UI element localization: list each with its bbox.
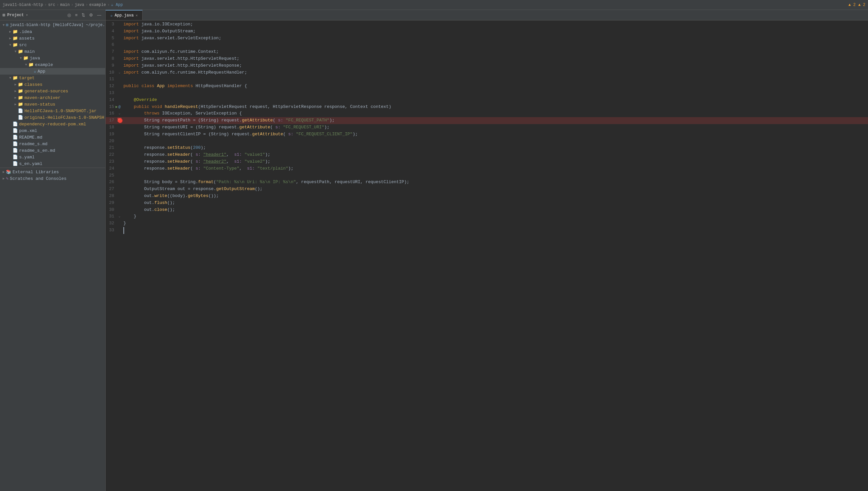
tree-item-root[interactable]: ▼ ⊞ java11-blank-http [HelloFCJava] ~/pr…: [0, 22, 105, 28]
tree-item-readme-s-en[interactable]: ▶ 📄 readme_s_en.md: [0, 147, 105, 154]
tree-item-maven-archiver[interactable]: ▶ 📁 maven-archiver: [0, 94, 105, 101]
code-line-28: 28 out.write((body).getBytes());: [106, 193, 868, 200]
tree-item-app[interactable]: ▶ ☕ App: [0, 68, 105, 75]
tabs-bar: ☕ App.java ✕: [106, 10, 868, 21]
code-editor[interactable]: 3 import java.io.IOException; 4 import j…: [106, 21, 868, 491]
sidebar-collapse-btn[interactable]: ≡: [74, 12, 79, 18]
tree-item-maven-status[interactable]: ▶ 📁 maven-status: [0, 101, 105, 108]
code-line-25: 25: [106, 172, 868, 179]
tree-item-s-yaml[interactable]: ▶ 📄 s.yaml: [0, 154, 105, 161]
tree-item-readme-s[interactable]: ▶ 📄 readme_s.md: [0, 141, 105, 147]
project-tree: ▼ ⊞ java11-blank-http [HelloFCJava] ~/pr…: [0, 21, 105, 491]
code-line-22: 22 response.setHeader( s: "header1", s1:…: [106, 151, 868, 158]
code-line-20: 20: [106, 138, 868, 145]
breadcrumb-bar: java11-blank-http › src › main › java › …: [0, 0, 868, 10]
code-line-19: 19 String requestClientIP = (String) req…: [106, 131, 868, 138]
tree-item-idea[interactable]: ▶ 📁 .idea: [0, 28, 105, 35]
sidebar-sort-btn[interactable]: ⇅: [80, 12, 86, 18]
breadcrumb: java11-blank-http › src › main › java › …: [3, 2, 123, 7]
sidebar-title: ⊞: [3, 12, 5, 18]
sidebar-close-btn[interactable]: —: [96, 12, 103, 18]
tree-item-java[interactable]: ▼ 📁 java: [0, 55, 105, 61]
code-line-16: 16 ⌄ throws IOException, ServletExceptio…: [106, 110, 868, 117]
sidebar-tools: ◎ ≡ ⇅ ⚙ —: [66, 12, 103, 18]
code-line-8: 8 import javax.servlet.http.HttpServletR…: [106, 55, 868, 62]
code-line-7: 7 import com.aliyun.fc.runtime.Context;: [106, 49, 868, 55]
code-line-21: 21 response.setStatus(200);: [106, 145, 868, 151]
code-line-27: 27 OutputStream out = response.getOutput…: [106, 186, 868, 193]
code-line-18: 18 String requestURI = (String) request.…: [106, 124, 868, 131]
warning-count-1: ▲ 2: [848, 3, 856, 7]
tree-item-main[interactable]: ▼ 📁 main: [0, 48, 105, 55]
code-line-26: 26 String body = String.format("Path: %s…: [106, 179, 868, 186]
warning-badges: ▲ 2 ▲ 2: [848, 3, 865, 7]
debug-gutter-icon: @: [118, 104, 121, 111]
warning-count-2: ▲ 2: [858, 3, 865, 7]
code-line-5: 5 import javax.servlet.ServletException;: [106, 35, 868, 42]
code-line-14: 14 @Override: [106, 97, 868, 104]
tree-item-s-en-yaml[interactable]: ▶ 📄 s_en.yaml: [0, 161, 105, 167]
editor-area: ☕ App.java ✕ 3 import java.io.IOExceptio…: [106, 10, 868, 491]
code-line-30: 30 out.close();: [106, 207, 868, 213]
tree-item-generated-sources[interactable]: ▶ 📁 generated-sources: [0, 88, 105, 94]
tree-item-scratches[interactable]: ▶ ✎ Scratches and Consoles: [0, 175, 105, 182]
code-line-4: 4 import java.io.OutputStream;: [106, 28, 868, 35]
tab-close-btn[interactable]: ✕: [136, 13, 138, 18]
tree-item-dep-pom[interactable]: ▶ 📄 dependency-reduced-pom.xml: [0, 121, 105, 127]
code-line-11: 11: [106, 76, 868, 83]
code-line-32: 32 }: [106, 220, 868, 227]
tree-item-example[interactable]: ▼ 📁 example: [0, 61, 105, 68]
code-line-12: 12 public class App implements HttpReque…: [106, 83, 868, 90]
code-line-15: 15 ▶ @ public void handleRequest(HttpSer…: [106, 104, 868, 111]
sidebar-project-label: Project: [7, 13, 24, 18]
java-file-icon: ☕: [110, 13, 113, 18]
sidebar-locate-btn[interactable]: ◎: [66, 12, 72, 18]
run-gutter-icon[interactable]: ▶: [116, 104, 118, 111]
tab-app-java[interactable]: ☕ App.java ✕: [106, 10, 143, 20]
tree-item-readme[interactable]: ▶ 📄 README.md: [0, 134, 105, 141]
code-line-33: 33: [106, 227, 868, 234]
code-line-6: 6: [106, 41, 868, 49]
code-line-23: 23 response.setHeader( s: "header2", s1:…: [106, 158, 868, 165]
breakpoint-icon[interactable]: 🔴: [117, 118, 121, 122]
code-line-31: 31 ⌄ }: [106, 213, 868, 220]
tree-item-target[interactable]: ▼ 📁 target: [0, 75, 105, 81]
tree-item-classes[interactable]: ▶ 📁 classes: [0, 81, 105, 88]
code-line-17: 17 🔴 String requestPath = (String) reque…: [106, 117, 868, 124]
tree-item-assets[interactable]: ▶ 📁 assets: [0, 35, 105, 41]
tree-item-original-jar[interactable]: ▶ 📄 original-HelloFCJava-1.0-SNAPSH...: [0, 114, 105, 121]
tree-item-src[interactable]: ▼ 📁 src: [0, 41, 105, 48]
code-line-29: 29 out.flush();: [106, 200, 868, 207]
code-line-3: 3 import java.io.IOException;: [106, 21, 868, 28]
tree-item-pom[interactable]: ▶ 📄 pom.xml: [0, 127, 105, 134]
tree-item-external-libs[interactable]: ▶ 📚 External Libraries: [0, 169, 105, 175]
code-line-10: 10 ⌄ import com.aliyun.fc.runtime.HttpRe…: [106, 69, 868, 76]
sidebar-settings-btn[interactable]: ⚙: [88, 12, 94, 18]
sidebar-header: ⊞ Project ▾ ◎ ≡ ⇅ ⚙ —: [0, 10, 105, 21]
code-line-13: 13: [106, 90, 868, 97]
code-line-9: 9 import javax.servlet.http.HttpServletR…: [106, 62, 868, 69]
code-line-24: 24 response.setHeader( s: "Content-Type"…: [106, 165, 868, 172]
project-sidebar: ⊞ Project ▾ ◎ ≡ ⇅ ⚙ — ▼ ⊞ java11-blank-h…: [0, 10, 106, 491]
tab-label: App.java: [115, 13, 134, 18]
tree-item-hello-jar[interactable]: ▶ 📄 HelloFCJava-1.0-SNAPSHOT.jar: [0, 108, 105, 114]
